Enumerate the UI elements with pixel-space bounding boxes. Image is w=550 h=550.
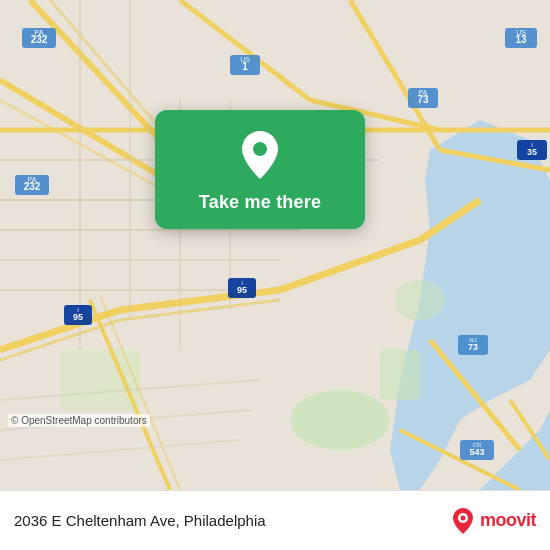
svg-rect-6 [60, 350, 140, 410]
svg-text:35: 35 [527, 147, 537, 157]
address-label: 2036 E Cheltenham Ave, Philadelphia [14, 512, 266, 529]
take-me-there-button-label: Take me there [199, 192, 321, 213]
svg-text:US: US [516, 29, 526, 36]
svg-text:543: 543 [469, 447, 484, 457]
bottom-bar: 2036 E Cheltenham Ave, Philadelphia moov… [0, 490, 550, 550]
map-area: 232 PA 232 PA 1 US 73 PA 13 US 95 I 95 I… [0, 0, 550, 490]
moovit-brand-label: moovit [480, 510, 536, 531]
svg-text:95: 95 [237, 285, 247, 295]
svg-text:PA: PA [28, 176, 37, 183]
pin-icon-container [233, 128, 287, 182]
svg-text:PA: PA [35, 29, 44, 36]
location-card[interactable]: Take me there [155, 110, 365, 229]
svg-text:US: US [240, 56, 250, 63]
svg-point-5 [395, 280, 445, 320]
svg-text:95: 95 [73, 312, 83, 322]
copyright-notice: © OpenStreetMap contributors [8, 414, 150, 427]
svg-text:PA: PA [419, 89, 428, 96]
location-pin-icon [238, 129, 282, 181]
svg-text:NJ: NJ [469, 337, 476, 343]
moovit-logo: moovit [451, 507, 536, 535]
svg-text:73: 73 [468, 342, 478, 352]
svg-point-72 [460, 515, 465, 520]
svg-text:CR: CR [473, 442, 482, 448]
svg-rect-4 [380, 350, 420, 400]
svg-point-70 [253, 142, 267, 156]
moovit-pin-icon [451, 507, 475, 535]
svg-point-3 [290, 390, 390, 450]
